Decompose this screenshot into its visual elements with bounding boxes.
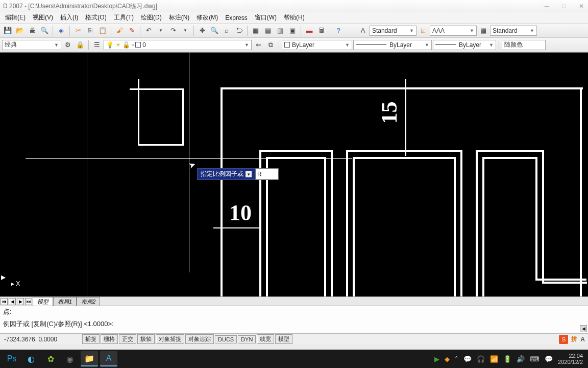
tray-shield-icon[interactable]: ◆ xyxy=(445,355,450,363)
dynamic-input-field[interactable] xyxy=(255,168,279,180)
workspace-settings-icon[interactable]: ⚙ xyxy=(62,39,74,51)
tab-layout1[interactable]: 布局1 xyxy=(53,297,77,306)
layer-prev-icon[interactable]: ⇐ xyxy=(253,39,264,51)
redo-dropdown-icon[interactable]: ▼ xyxy=(180,25,191,36)
tab-last-icon[interactable]: ⏭ xyxy=(25,298,32,305)
menu-dimension[interactable]: 标注(N) xyxy=(166,12,193,23)
tray-chevron-icon[interactable]: ˄ xyxy=(455,355,458,363)
menu-edit[interactable]: 编辑(E) xyxy=(2,12,29,23)
print-icon[interactable]: 🖶 xyxy=(27,25,38,36)
maximize-button[interactable]: □ xyxy=(560,3,568,10)
undo-dropdown-icon[interactable]: ▼ xyxy=(155,25,166,36)
zoom-previous-icon[interactable]: ⮌ xyxy=(233,25,244,36)
layer-state-icon[interactable]: ⧉ xyxy=(265,39,276,51)
tray-battery-icon[interactable]: 🔋 xyxy=(503,355,511,363)
taskbar-browser-icon[interactable]: ◐ xyxy=(22,351,40,366)
tab-model[interactable]: 模型 xyxy=(33,297,53,306)
dim-style-dropdown[interactable]: AAA▼ xyxy=(430,26,477,36)
copy-icon[interactable]: ⎘ xyxy=(85,25,96,36)
ime-pinyin-label[interactable]: 拼 xyxy=(571,335,577,343)
tray-lang-icon[interactable]: ⌨ xyxy=(530,355,540,363)
zoom-window-icon[interactable]: ⌕ xyxy=(221,25,232,36)
cut-icon[interactable]: ✂ xyxy=(72,25,84,36)
workspace-lock-icon[interactable]: 🔒 xyxy=(75,39,86,51)
command-window[interactable]: 点: 例因子或 [复制(C)/参照(R)] <1.0000>: ◀ xyxy=(0,306,588,333)
textstyle-icon[interactable]: A xyxy=(357,25,369,36)
table-style-dropdown[interactable]: Standard▼ xyxy=(490,26,537,36)
tray-wifi-icon[interactable]: 📶 xyxy=(490,355,498,363)
taskbar-explorer-icon[interactable]: 📁 xyxy=(81,351,98,366)
workspace-dropdown[interactable]: 经典▼ xyxy=(2,40,61,50)
save-icon[interactable]: 💾 xyxy=(2,25,13,36)
menu-draw[interactable]: 绘图(D) xyxy=(138,12,165,23)
publish-icon[interactable]: ◈ xyxy=(56,25,67,36)
polar-toggle[interactable]: 极轴 xyxy=(137,334,155,344)
cad-line xyxy=(542,282,587,284)
menu-view[interactable]: 视图(V) xyxy=(30,12,56,23)
tray-volume-icon[interactable]: 🔊 xyxy=(517,355,525,363)
tool-palette-icon[interactable]: ▥ xyxy=(275,25,286,36)
redo-icon[interactable]: ↷ xyxy=(167,25,179,36)
match-icon[interactable]: 🖌 xyxy=(114,25,125,36)
help-icon[interactable]: ? xyxy=(333,25,344,36)
menu-tools[interactable]: 工具(T) xyxy=(111,12,137,23)
erase-icon[interactable]: ✎ xyxy=(126,25,137,36)
properties-icon[interactable]: ▦ xyxy=(250,25,261,36)
dimstyle-icon[interactable]: ⟀ xyxy=(418,25,429,36)
taskbar-autocad-icon[interactable]: A xyxy=(100,351,117,366)
layer-dropdown[interactable]: 💡 ☀ 🔓 ▫ 0 ▼ xyxy=(104,40,252,50)
tray-play-icon[interactable]: ▶ xyxy=(434,355,439,363)
ducs-toggle[interactable]: DUCS xyxy=(215,335,237,343)
command-scroll-icon[interactable]: ◀ xyxy=(580,325,587,332)
tab-layout2[interactable]: 布局2 xyxy=(77,297,100,306)
menu-insert[interactable]: 插入(I) xyxy=(57,12,81,23)
grid-toggle[interactable]: 栅格 xyxy=(101,334,118,344)
ime-sogou-icon[interactable]: S xyxy=(559,335,568,344)
tablestyle-icon[interactable]: ▦ xyxy=(478,25,489,36)
sheet-set-icon[interactable]: ▣ xyxy=(287,25,298,36)
color-dropdown[interactable]: ByLayer▼ xyxy=(282,40,352,50)
cad-line xyxy=(346,150,462,152)
tray-wechat-icon[interactable]: 💬 xyxy=(463,355,472,363)
tab-prev-icon[interactable]: ◀ xyxy=(9,298,16,305)
tab-next-icon[interactable]: ▶ xyxy=(17,298,24,305)
taskbar-leaf-icon[interactable]: ✿ xyxy=(42,351,59,366)
lineweight-dropdown[interactable]: ByLayer▼ xyxy=(433,40,496,50)
pan-icon[interactable]: ✥ xyxy=(197,25,208,36)
menu-express[interactable]: Express xyxy=(222,13,250,22)
text-style-dropdown[interactable]: Standard▼ xyxy=(370,26,416,36)
dynamic-dropdown-icon[interactable]: ▾ xyxy=(246,171,252,177)
layer-manager-icon[interactable]: ☰ xyxy=(91,39,103,51)
taskbar-eye-icon[interactable]: ◉ xyxy=(61,351,79,366)
design-center-icon[interactable]: ▤ xyxy=(262,25,274,36)
preview-icon[interactable]: 🔍 xyxy=(39,25,50,36)
osnap-toggle[interactable]: 对象捕捉 xyxy=(156,334,184,344)
markup-icon[interactable]: ▬ xyxy=(304,25,315,36)
taskbar-photoshop-icon[interactable]: Ps xyxy=(3,351,20,366)
menu-modify[interactable]: 修改(M) xyxy=(193,12,221,23)
tab-first-icon[interactable]: ⏮ xyxy=(1,298,8,305)
plotstyle-dropdown[interactable]: 随颜色 xyxy=(502,40,546,50)
drawing-canvas[interactable]: ➤ 10 15 指定比例因子或 ▾ ▸ ▸ X xyxy=(0,52,588,296)
menu-window[interactable]: 窗口(W) xyxy=(252,12,280,23)
calc-icon[interactable]: 🖩 xyxy=(316,25,327,36)
lwt-toggle[interactable]: 线宽 xyxy=(257,334,274,344)
tray-headset-icon[interactable]: 🎧 xyxy=(477,355,485,363)
otrack-toggle[interactable]: 对象追踪 xyxy=(185,334,214,344)
ime-alpha-label[interactable]: A xyxy=(580,336,585,343)
tray-clock[interactable]: 22:04 2020/12/2 xyxy=(558,353,583,365)
ortho-toggle[interactable]: 正交 xyxy=(119,334,136,344)
zoom-realtime-icon[interactable]: 🔍 xyxy=(209,25,220,36)
dyn-toggle[interactable]: DYN xyxy=(238,335,256,343)
model-toggle[interactable]: 模型 xyxy=(275,334,292,344)
menu-format[interactable]: 格式(O) xyxy=(82,12,109,23)
undo-icon[interactable]: ↶ xyxy=(143,25,154,36)
open-icon[interactable]: 📂 xyxy=(14,25,26,36)
snap-toggle[interactable]: 捕捉 xyxy=(82,334,100,344)
minimize-button[interactable]: ─ xyxy=(543,3,550,10)
menu-help[interactable]: 帮助(H) xyxy=(281,12,308,23)
paste-icon[interactable]: 📋 xyxy=(97,25,108,36)
close-button[interactable]: ✕ xyxy=(578,3,585,10)
tray-notify-icon[interactable]: 💬 xyxy=(545,355,553,363)
linetype-dropdown[interactable]: ByLayer▼ xyxy=(353,40,432,50)
